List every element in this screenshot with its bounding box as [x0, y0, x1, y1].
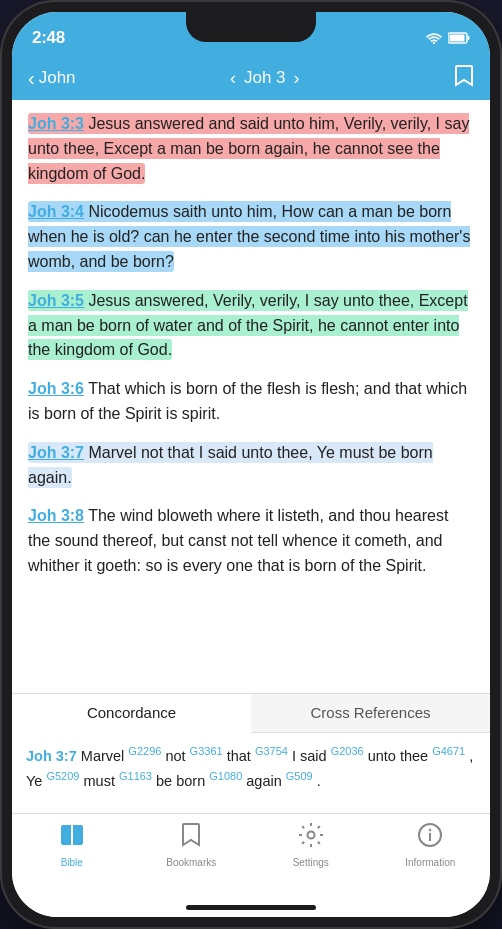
verse-3-3: Joh 3:3 Jesus answered and said unto him… — [28, 112, 474, 186]
tab-bible[interactable]: Bible — [12, 822, 132, 868]
home-bar — [186, 905, 316, 910]
concordance-word-i-said: I said — [292, 748, 331, 764]
g5209[interactable]: G5209 — [46, 770, 79, 782]
concordance-word-marvel: Marvel — [81, 748, 129, 764]
information-icon — [417, 822, 443, 854]
g4671[interactable]: G4671 — [432, 745, 465, 757]
concordance-section: Concordance Cross References Joh 3:7 Mar… — [12, 693, 490, 813]
wifi-icon — [426, 32, 442, 44]
concordance-word-again: again — [246, 773, 286, 789]
status-time: 2:48 — [32, 28, 65, 48]
tab-bookmarks[interactable]: Bookmarks — [132, 822, 252, 868]
chevron-left-icon: ‹ — [28, 67, 35, 90]
concordance-word-unto-thee: unto thee — [368, 748, 433, 764]
g1163[interactable]: G1163 — [119, 770, 152, 782]
g1080[interactable]: G1080 — [209, 770, 242, 782]
verse-text-3-6: That which is born of the flesh is flesh… — [28, 380, 467, 422]
concordance-content: Joh 3:7 Marvel G2296 not G3361 that G375… — [12, 733, 490, 813]
verse-3-4: Joh 3:4 Nicodemus saith unto him, How ca… — [28, 200, 474, 274]
verse-ref-3-8[interactable]: Joh 3:8 — [28, 507, 84, 524]
concordance-verse-ref[interactable]: Joh 3:7 — [26, 748, 77, 764]
verse-text-3-7: Marvel not that I said unto thee, Ye mus… — [28, 444, 433, 486]
bible-icon — [59, 822, 85, 854]
phone-frame: 2:48 ‹ John — [0, 0, 502, 929]
tab-concordance[interactable]: Concordance — [12, 694, 251, 733]
back-label: John — [39, 68, 76, 88]
prev-chapter-icon[interactable]: ‹ — [230, 68, 236, 89]
verse-ref-3-6[interactable]: Joh 3:6 — [28, 380, 84, 397]
chapter-label: Joh 3 — [244, 68, 286, 88]
svg-point-5 — [307, 832, 314, 839]
verse-3-7: Joh 3:7 Marvel not that I said unto thee… — [28, 441, 474, 491]
verse-text-3-3: Jesus answered and said unto him, Verily… — [28, 115, 469, 182]
information-tab-label: Information — [405, 857, 455, 868]
bookmark-button[interactable] — [454, 64, 474, 93]
settings-icon — [298, 822, 324, 854]
g509[interactable]: G509 — [286, 770, 313, 782]
tab-settings[interactable]: Settings — [251, 822, 371, 868]
g2296[interactable]: G2296 — [128, 745, 161, 757]
back-button[interactable]: ‹ John — [28, 67, 76, 90]
concordance-tabs: Concordance Cross References — [12, 694, 490, 733]
verse-3-8: Joh 3:8 The wind bloweth where it listet… — [28, 504, 474, 578]
verse-ref-3-3[interactable]: Joh 3:3 — [28, 115, 84, 132]
verse-ref-3-5[interactable]: Joh 3:5 — [28, 292, 84, 309]
verse-ref-3-7[interactable]: Joh 3:7 — [28, 444, 84, 461]
tab-cross-references[interactable]: Cross References — [251, 694, 490, 732]
bottom-tab-bar: Bible Bookmarks Settings — [12, 813, 490, 897]
svg-point-8 — [430, 830, 431, 831]
verse-text-3-4: Nicodemus saith unto him, How can a man … — [28, 203, 470, 270]
battery-icon — [448, 32, 470, 44]
svg-rect-3 — [450, 35, 465, 42]
notch — [186, 12, 316, 42]
bookmarks-tab-label: Bookmarks — [166, 857, 216, 868]
bible-content[interactable]: Joh 3:3 Jesus answered and said unto him… — [12, 100, 490, 693]
concordance-word-must: must — [84, 773, 119, 789]
status-icons — [426, 32, 470, 44]
svg-rect-2 — [468, 36, 470, 40]
verse-text-3-8: The wind bloweth where it listeth, and t… — [28, 507, 448, 574]
concordance-word-be-born: be born — [156, 773, 209, 789]
bible-tab-label: Bible — [61, 857, 83, 868]
svg-point-0 — [433, 42, 435, 44]
phone-screen: 2:48 ‹ John — [12, 12, 490, 917]
verse-3-5: Joh 3:5 Jesus answered, Verily, verily, … — [28, 289, 474, 363]
verse-3-6: Joh 3:6 That which is born of the flesh … — [28, 377, 474, 427]
nav-bar: ‹ John ‹ Joh 3 › — [12, 56, 490, 100]
concordance-word-not: not — [165, 748, 189, 764]
verse-ref-3-4[interactable]: Joh 3:4 — [28, 203, 84, 220]
next-chapter-icon[interactable]: › — [294, 68, 300, 89]
bookmarks-icon — [178, 822, 204, 854]
chapter-nav: ‹ Joh 3 › — [230, 68, 300, 89]
home-indicator — [12, 897, 490, 917]
g3361[interactable]: G3361 — [190, 745, 223, 757]
g3754[interactable]: G3754 — [255, 745, 288, 757]
concordance-word-that: that — [227, 748, 255, 764]
g2036[interactable]: G2036 — [331, 745, 364, 757]
concordance-period: . — [317, 773, 321, 789]
settings-tab-label: Settings — [293, 857, 329, 868]
verse-text-3-5: Jesus answered, Verily, verily, I say un… — [28, 292, 468, 359]
tab-information[interactable]: Information — [371, 822, 491, 868]
